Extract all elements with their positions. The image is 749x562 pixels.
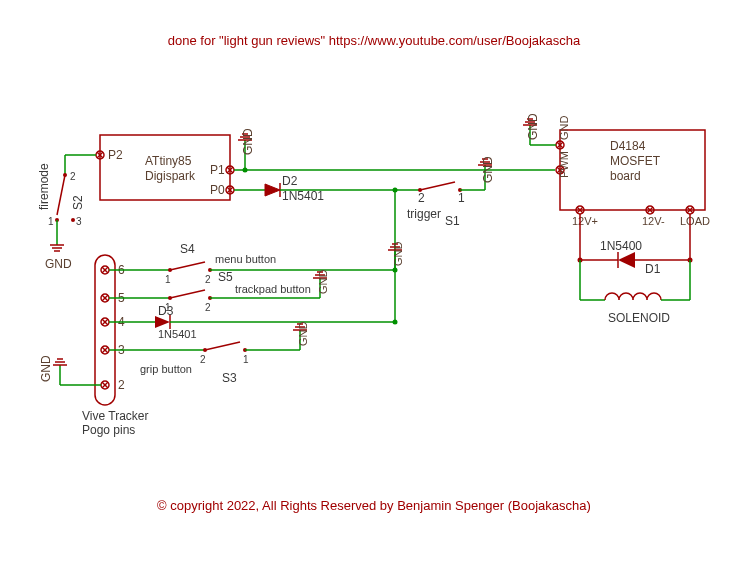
- s3-p1: 1: [243, 354, 249, 365]
- svg-line-104: [170, 290, 205, 298]
- gnd-label-s1: GND: [481, 156, 495, 183]
- d3-val: 1N5401: [158, 328, 197, 340]
- vive-l1: Vive Tracker: [82, 409, 148, 423]
- s1-pin2: 2: [418, 191, 425, 205]
- s1-pin1: 1: [458, 191, 465, 205]
- svg-point-115: [393, 320, 398, 325]
- header-text: done for "light gun reviews" https://www…: [168, 33, 581, 48]
- mosfet-block: D4184 MOSFET board GND PWM 12V+ 12V- LOA…: [556, 116, 710, 228]
- s4-p2: 2: [205, 274, 211, 285]
- gnd-mosfet: GND: [523, 113, 556, 145]
- svg-line-118: [205, 342, 240, 350]
- svg-rect-71: [95, 255, 115, 405]
- d2-val: 1N5401: [282, 189, 324, 203]
- s3-label: grip button: [140, 363, 192, 375]
- footer-text: © copyright 2022, All Rights Reserved by…: [157, 498, 591, 513]
- svg-line-64: [57, 175, 65, 215]
- row-s5: GND 1 2 S5 trackpad button: [109, 270, 329, 314]
- s2-ref: S2: [71, 195, 85, 210]
- row-d3: D3 1N5401: [109, 304, 398, 340]
- svg-line-23: [420, 182, 455, 190]
- svg-point-15: [243, 168, 248, 173]
- mosfet-12vn: 12V-: [642, 215, 665, 227]
- svg-point-66: [71, 218, 75, 222]
- gnd-label-1: GND: [241, 128, 255, 155]
- row-s4: GND 1 2 S4 menu button: [109, 242, 404, 286]
- mosfet-l3: board: [610, 169, 641, 183]
- attiny-line1: ATtiny85: [145, 154, 192, 168]
- gnd-label-p2: GND: [39, 355, 53, 382]
- gnd-attiny-top: GND: [234, 128, 255, 170]
- pogo-block: 6 5 4 3 2 Vive Tracker Pogo pins: [82, 255, 148, 437]
- s1-ref: S1: [445, 214, 460, 228]
- s2-pin3: 3: [76, 216, 82, 227]
- s3-p2: 2: [200, 354, 206, 365]
- pin-p2: P2: [108, 148, 123, 162]
- mosfet-gnd: GND: [558, 116, 570, 141]
- mosfet-12vp: 12V+: [572, 215, 598, 227]
- gnd-pogo2: GND: [39, 355, 101, 385]
- gnd-s4: GND: [392, 242, 404, 267]
- d1-diode: 1N5400 D1: [578, 239, 693, 276]
- gnd-label-s2: GND: [45, 257, 72, 271]
- s5-p2: 2: [205, 302, 211, 313]
- mosfet-l2: MOSFET: [610, 154, 661, 168]
- s4-label: menu button: [215, 253, 276, 265]
- mosfet-l1: D4184: [610, 139, 646, 153]
- row-s3: GND 2 1 grip button S3: [109, 322, 309, 386]
- attiny85-block: ATtiny85 Digispark P2 P1 P0: [96, 135, 234, 200]
- mosfet-load: LOAD: [680, 215, 710, 227]
- pin-p1: P1: [210, 163, 225, 177]
- gnd-label-mosfet: GND: [526, 113, 540, 140]
- pogo-2: 2: [118, 378, 125, 392]
- d1-val: 1N5400: [600, 239, 642, 253]
- d1-ref: D1: [645, 262, 661, 276]
- svg-marker-17: [265, 184, 280, 196]
- svg-marker-55: [618, 252, 635, 268]
- s2-pin2: 2: [70, 171, 76, 182]
- s1-label: trigger: [407, 207, 441, 221]
- solenoid-label: SOLENOID: [608, 311, 670, 325]
- d2-ref: D2: [282, 174, 298, 188]
- attiny-line2: Digispark: [145, 169, 196, 183]
- pin-p0: P0: [210, 183, 225, 197]
- s4-p1: 1: [165, 274, 171, 285]
- s2-pin1: 1: [48, 216, 54, 227]
- s3-ref: S3: [222, 371, 237, 385]
- switch-s2: 2 1 3 firemode S2 GND: [37, 155, 96, 271]
- d2-diode: D2 1N5401: [234, 174, 395, 203]
- switch-s1: 2 1 trigger S1: [393, 182, 486, 228]
- svg-line-94: [170, 262, 205, 270]
- gnd-s3: GND: [297, 322, 309, 347]
- s4-ref: S4: [180, 242, 195, 256]
- s2-label: firemode: [37, 163, 51, 210]
- vive-l2: Pogo pins: [82, 423, 135, 437]
- s5-ref: S5: [218, 270, 233, 284]
- gnd-s5: GND: [317, 270, 329, 295]
- gnd-s1: GND: [478, 156, 495, 190]
- solenoid: SOLENOID: [580, 260, 690, 325]
- s5-label: trackpad button: [235, 283, 311, 295]
- mosfet-pwm: PWM: [558, 151, 570, 178]
- d3-ref: D3: [158, 304, 174, 318]
- schematic-canvas: done for "light gun reviews" https://www…: [0, 0, 749, 562]
